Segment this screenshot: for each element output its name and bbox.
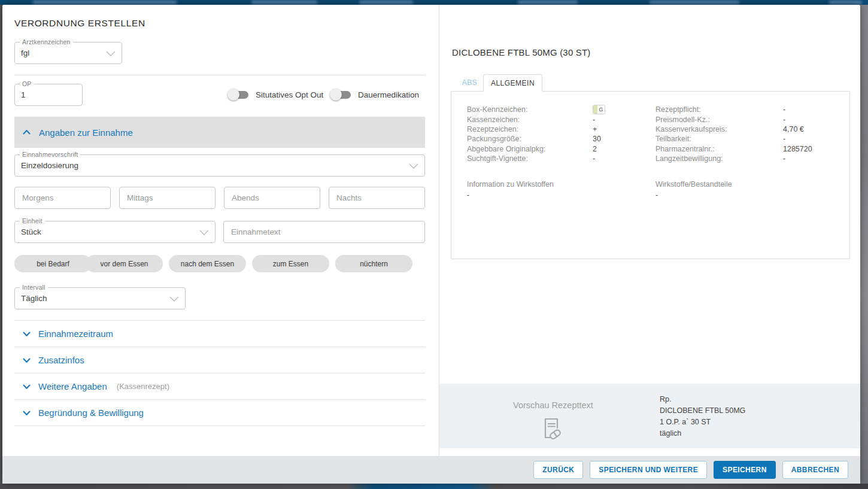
backdrop-nav-blur [359,1,413,4]
chevron-down-icon [23,332,31,336]
section-angaben-zur-einnahme[interactable]: Angaben zur Einnahme [14,117,425,148]
abends-input[interactable] [224,187,320,209]
nachts-input[interactable] [329,187,425,209]
dauermedikation-label: Dauermedikation [358,90,419,99]
box-kennzeichen-g-badge: G [593,105,605,114]
chevron-down-icon [409,163,418,169]
detail-label: Kassenverkaufspreis: [655,125,783,133]
detail-row: Box-Kennzeichen: G [467,105,655,114]
detail-row: Kassenverkaufspreis: 4,70 € [655,124,844,134]
backdrop-nav-blur [650,1,739,4]
chevron-up-icon [23,130,31,135]
detail-label: Rezeptzeichen: [467,125,593,133]
rezept-line: 1 O.P. a` 30 ST [660,417,745,428]
einnahmevorschrift-label: Einnahmevorschrift [20,151,80,158]
detail-row: Abgebbare Originalpkg: 2 [467,144,655,154]
prescription-document-icon [540,417,563,442]
detail-label: Teilbarkeit: [655,135,783,143]
section-zusatzinfos[interactable]: Zusatzinfos [14,347,425,373]
intervall-label: Intervall [20,284,48,291]
section-title: Begründung & Bewilligung [38,408,144,418]
detail-row: Rezeptpflicht: - [655,105,844,114]
detail-label: Box-Kennzeichen: [467,105,593,114]
intervall-select[interactable]: Intervall Täglich [14,287,186,309]
section-title: Angaben zur Einnahme [39,127,133,138]
speichern-und-weitere-button[interactable]: SPEICHERN UND WEITERE [590,461,707,479]
section-weitere-angaben[interactable]: Weitere Angaben (Kassenrezept) [14,373,425,400]
einnahmevorschrift-value: Einzeldosierung [21,161,78,170]
detail-label: Suchtgift-Vignette: [467,154,593,163]
einnahmetext-input[interactable] [223,221,425,243]
chip-nuechtern[interactable]: nüchtern [335,255,412,272]
dialog-title: VERORDNUNG ERSTELLEN [14,18,145,29]
chip-zum-essen[interactable]: zum Essen [252,255,329,272]
section-begruendung-bewilligung[interactable]: Begründung & Bewilligung [14,400,425,426]
op-field[interactable]: OP 1 [14,84,83,106]
toggle-off-icon [227,89,249,101]
rezept-line: Rp. [660,394,745,405]
einheit-select[interactable]: Einheit Stück [14,221,216,243]
wirkstoffe-value: - [655,191,844,199]
toggle-off-icon [330,89,351,101]
detail-label: Packungsgröße: [467,135,593,143]
detail-row: Suchtgift-Vignette: - [467,154,655,163]
arztkennzeichen-select[interactable]: Arztkennzeichen fgl [14,42,122,64]
backdrop-nav-blur [251,1,317,4]
detail-label: Preismodell-Kz.: [655,116,783,124]
situatives-opt-out-label: Situtatives Opt Out [256,90,323,99]
dauermedikation-toggle[interactable]: Dauermedikation [330,89,419,101]
section-einnahmezeitraum[interactable]: Einnahmezeitraum [14,321,425,347]
detail-row: Kassenzeichen: - [467,114,655,124]
rezept-line: täglich [660,428,745,439]
detail-row: Pharmazentralnr.: 1285720 [655,144,844,154]
detail-value: 2 [593,145,597,153]
tab-abs[interactable]: ABS [456,78,483,90]
divider [14,75,425,75]
chip-bei-bedarf[interactable]: bei Bedarf [14,255,92,272]
detail-value: + [593,125,597,133]
detail-row: Rezeptzeichen: + [467,124,655,134]
preview-title: Vorschau Rezepttext [499,400,607,410]
detail-value: 30 [593,135,601,143]
detail-label: Kassenzeichen: [467,116,593,124]
detail-value: - [593,154,595,163]
detail-label: Pharmazentralnr.: [655,145,783,153]
situatives-opt-out-toggle[interactable]: Situtatives Opt Out [227,89,323,101]
backdrop-nav-blur [33,1,177,4]
detail-label: Langzeitbewilligung: [655,154,783,163]
intervall-value: Täglich [21,294,47,303]
detail-row: Packungsgröße: 30 [467,134,655,144]
detail-value: - [783,154,785,163]
morgens-input[interactable] [14,187,111,209]
wirkstoff-info-label: Information zu Wirkstoffen [467,180,655,189]
rezepttext-lines: Rp. DICLOBENE FTBL 50MG 1 O.P. a` 30 ST … [660,394,745,439]
speichern-button[interactable]: SPEICHERN [714,461,776,479]
chevron-down-icon [23,358,31,363]
detail-label: Abgebbare Originalpkg: [467,145,593,153]
tab-allgemein[interactable]: ALLGEMEIN [483,74,542,92]
zurueck-button[interactable]: ZURÜCK [533,461,583,479]
chevron-down-icon [199,230,209,235]
wirkstoffe-block: Wirkstoffe/Bestandteile - [655,180,844,199]
details-left-column: Box-Kennzeichen: G Kassenzeichen: - Reze… [467,105,655,199]
chip-vor-dem-essen[interactable]: vor dem Essen [86,255,163,272]
detail-value: - [783,116,785,124]
dialog-footer: ZURÜCK SPEICHERN UND WEITERE SPEICHERN A… [2,456,860,484]
detail-row: Teilbarkeit: - [655,134,844,144]
einheit-label: Einheit [20,217,45,224]
details-right-column: Rezeptpflicht: - Preismodell-Kz.: - Kass… [655,105,844,199]
mittags-input[interactable] [119,187,216,209]
chip-nach-dem-essen[interactable]: nach dem Essen [169,255,246,272]
einnahmevorschrift-select[interactable]: Einnahmevorschrift Einzeldosierung [14,154,425,177]
chevron-down-icon [23,411,31,415]
product-title: DICLOBENE FTBL 50MG (30 ST) [452,47,591,57]
wirkstoffe-label: Wirkstoffe/Bestandteile [655,180,844,189]
abbrechen-button[interactable]: ABBRECHEN [782,461,848,479]
backdrop-top-navbar [0,0,868,5]
op-label: OP [20,80,34,87]
verordnung-erstellen-dialog: VERORDNUNG ERSTELLEN Arztkennzeichen fgl… [2,5,860,484]
chevron-down-icon [23,384,31,389]
chevron-down-icon [106,51,116,56]
rezept-line: DICLOBENE FTBL 50MG [660,405,745,417]
section-title: Zusatzinfos [38,355,84,365]
